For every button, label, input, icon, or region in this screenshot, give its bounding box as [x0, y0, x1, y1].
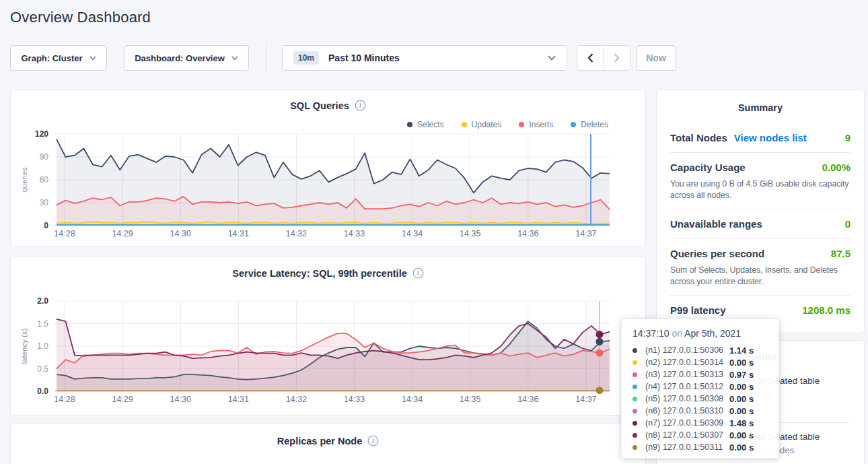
svg-text:14:31: 14:31 [228, 395, 249, 404]
summary-desc: Sum of Selects, Updates, Inserts, and De… [670, 265, 851, 287]
time-nav-buttons [577, 45, 630, 71]
summary-label: Total Nodes [670, 132, 727, 144]
tooltip-node-value: 1.48 s [729, 418, 754, 428]
info-icon[interactable]: i [367, 435, 379, 446]
time-range-selector[interactable]: 10m Past 10 Minutes [282, 45, 567, 71]
summary-row: Total NodesView nodes list9 [670, 123, 851, 153]
summary-row: Queries per second87.5Sum of Selects, Up… [670, 239, 851, 296]
tooltip-row: (n7) 127.0.0.1:503091.48 s [632, 417, 779, 429]
chevron-down-icon [231, 56, 238, 61]
svg-text:14:37: 14:37 [575, 395, 596, 404]
page-title: Overview Dashboard [10, 9, 151, 26]
tooltip-row: (n8) 127.0.0.1:503070.00 s [632, 429, 779, 441]
tooltip-node-label: (n9) 127.0.0.1:50311 [645, 442, 729, 452]
tooltip-node-label: (n1) 127.0.0.1:50306 [645, 345, 729, 355]
tooltip-node-value: 0.00 s [729, 406, 754, 416]
now-button[interactable]: Now [636, 45, 676, 71]
svg-text:latency (s): latency (s) [20, 328, 28, 364]
tooltip-node-value: 0.00 s [729, 394, 754, 404]
svg-text:14:36: 14:36 [517, 229, 538, 238]
svg-text:14:35: 14:35 [460, 229, 480, 238]
series-dot-icon [632, 421, 637, 426]
summary-label: P99 latency [670, 304, 726, 317]
summary-desc: You are using 0 B of 4.5 GiB usable disk… [670, 178, 851, 201]
sql-queries-chart: 14:2814:2914:3014:3114:3214:3314:3414:35… [11, 90, 647, 247]
svg-text:30: 30 [40, 198, 49, 207]
tooltip-row: (n9) 127.0.0.1:503110.00 s [632, 441, 779, 453]
tooltip-row: (n6) 127.0.0.1:503100.00 s [632, 405, 779, 417]
tooltip-node-label: (n4) 127.0.0.1:50312 [645, 382, 729, 391]
service-latency-panel: Service Latency: SQL, 99th percentile i … [10, 256, 646, 416]
summary-value: 87.5 [831, 248, 851, 259]
dashboard-label: Dashboard: Overview [135, 53, 225, 63]
svg-text:0: 0 [44, 221, 48, 230]
graph-scope-label: Graph: Cluster [21, 53, 82, 63]
svg-text:14:33: 14:33 [344, 229, 365, 238]
summary-label: Queries per second [670, 248, 764, 260]
tooltip-row: (n1) 127.0.0.1:503061.14 s [632, 344, 779, 356]
summary-label: Unavailable ranges [670, 218, 762, 230]
controls-divider [266, 44, 266, 72]
svg-text:1.5: 1.5 [37, 319, 48, 329]
tooltip-node-value: 0.00 s [729, 382, 754, 392]
tooltip-row: (n3) 127.0.0.1:503130.97 s [632, 368, 779, 380]
svg-text:14:28: 14:28 [54, 229, 75, 238]
svg-text:2.0: 2.0 [37, 296, 48, 306]
tooltip-rows: (n1) 127.0.0.1:503061.14 s(n2) 127.0.0.1… [632, 344, 779, 453]
summary-row: Unavailable ranges0 [670, 209, 851, 239]
time-forward-button[interactable] [604, 46, 630, 70]
replicas-title: Replicas per Node i [11, 435, 645, 446]
svg-text:14:33: 14:33 [344, 395, 365, 404]
summary-panel: Summary Total NodesView nodes list9Capac… [656, 90, 865, 333]
summary-value: 9 [845, 132, 851, 143]
svg-text:14:29: 14:29 [112, 395, 133, 404]
chevron-right-icon [614, 53, 620, 63]
svg-text:14:32: 14:32 [286, 395, 307, 404]
svg-text:14:28: 14:28 [54, 395, 75, 404]
tooltip-node-value: 1.14 s [729, 345, 754, 356]
tooltip-node-label: (n8) 127.0.0.1:50307 [645, 430, 729, 440]
chevron-left-icon [587, 53, 593, 63]
series-dot-icon [632, 433, 637, 438]
series-dot-icon [632, 360, 637, 365]
dashboard-dropdown[interactable]: Dashboard: Overview [124, 45, 249, 71]
replicas-per-node-panel: Replicas per Node i [10, 423, 646, 464]
svg-text:120: 120 [35, 129, 48, 139]
now-label: Now [646, 53, 666, 63]
tooltip-row: (n5) 127.0.0.1:503080.00 s [632, 393, 779, 405]
series-dot-icon [632, 397, 637, 401]
time-range-badge: 10m [293, 51, 319, 65]
chart-title-text: Replicas per Node [277, 436, 363, 446]
series-dot-icon [632, 385, 637, 389]
svg-text:90: 90 [40, 152, 49, 162]
series-dot-icon [632, 372, 637, 377]
tooltip-time: 14:37:10 [632, 328, 670, 339]
svg-text:14:32: 14:32 [286, 229, 307, 238]
svg-text:queries: queries [20, 167, 28, 193]
svg-text:60: 60 [40, 175, 49, 185]
time-back-button[interactable] [577, 46, 604, 70]
svg-text:14:37: 14:37 [575, 229, 596, 238]
series-dot-icon [632, 348, 637, 353]
tooltip-node-label: (n3) 127.0.0.1:50313 [645, 370, 729, 379]
svg-text:0.0: 0.0 [37, 387, 48, 396]
summary-value: 1208.0 ms [802, 304, 851, 316]
tooltip-node-label: (n5) 127.0.0.1:50308 [645, 394, 729, 403]
svg-text:14:29: 14:29 [112, 229, 133, 238]
svg-text:14:34: 14:34 [402, 395, 423, 404]
graph-scope-dropdown[interactable]: Graph: Cluster [10, 45, 107, 71]
time-range-label: Past 10 Minutes [328, 53, 400, 63]
summary-value: 0.00% [822, 162, 851, 173]
svg-text:1.0: 1.0 [37, 341, 48, 351]
summary-value: 0 [845, 218, 851, 230]
tooltip-header: 14:37:10 on Apr 5th, 2021 [632, 328, 779, 339]
tooltip-node-label: (n7) 127.0.0.1:50309 [645, 418, 729, 428]
svg-text:14:34: 14:34 [402, 229, 423, 238]
series-dot-icon [632, 445, 637, 450]
tooltip-node-value: 0.00 s [729, 442, 754, 453]
svg-text:14:35: 14:35 [460, 395, 480, 404]
series-dot-icon [632, 409, 637, 413]
svg-text:14:31: 14:31 [228, 229, 249, 238]
sql-queries-panel: SQL Queries i SelectsUpdatesInsertsDelet… [10, 90, 646, 246]
view-nodes-list-link[interactable]: View nodes list [734, 132, 807, 143]
